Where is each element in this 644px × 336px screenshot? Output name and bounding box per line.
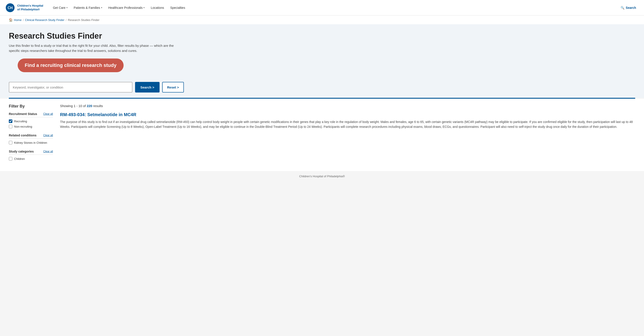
filter-item-children[interactable]: Children	[9, 157, 53, 160]
search-input[interactable]	[9, 82, 132, 92]
filter-section-title: Study categories	[9, 150, 34, 153]
chop-logo-icon: CH	[5, 3, 15, 12]
home-icon: 🏠	[9, 18, 12, 22]
filter-item-recruiting[interactable]: Recruiting	[9, 120, 53, 123]
filter-item-label: Recruiting	[14, 120, 27, 123]
nav-locations[interactable]: Locations	[148, 4, 167, 11]
search-banner: Find a recruiting clinical research stud…	[18, 58, 124, 72]
table-row: RM-493-034: Setmelanotide in MC4R The pu…	[60, 112, 635, 136]
filter-item-non-recruiting[interactable]: Non-recruiting	[9, 125, 53, 128]
search-button[interactable]: Search >	[135, 82, 160, 92]
filter-section-recruitment-status: Recruitment Status Clear all Recruiting …	[9, 112, 53, 128]
nav-healthcare-professionals[interactable]: Healthcare Professionals ▾	[106, 4, 148, 11]
checkbox-kidney-stones[interactable]	[9, 141, 12, 144]
header-search-button[interactable]: 🔍 Search	[618, 4, 639, 11]
filter-item-label: Children	[14, 157, 25, 160]
chevron-down-icon: ▾	[101, 6, 102, 9]
main-content: Filter By Recruitment Status Clear all R…	[0, 99, 644, 171]
nav-specialties[interactable]: Specialties	[168, 4, 188, 11]
logo[interactable]: CH Children's Hospital of Philadelphia®	[5, 3, 43, 12]
breadcrumb-home[interactable]: Home	[14, 18, 22, 22]
breadcrumb-separator: /	[66, 18, 67, 22]
clear-recruitment-status[interactable]: Clear all	[43, 112, 53, 116]
site-header: CH Children's Hospital of Philadelphia® …	[0, 0, 644, 16]
filter-by-heading: Filter By	[9, 104, 53, 108]
result-title-link[interactable]: RM-493-034: Setmelanotide in MC4R	[60, 112, 635, 117]
checkbox-non-recruiting[interactable]	[9, 125, 12, 128]
logo-text: Children's Hospital of Philadelphia®	[17, 4, 43, 12]
breadcrumb-separator: /	[23, 18, 24, 22]
nav-get-care[interactable]: Get Care ▾	[50, 4, 70, 11]
breadcrumb: 🏠 Home / Clinical Research Study Finder …	[0, 16, 644, 24]
page-header: Research Studies Finder Use this finder …	[0, 24, 644, 78]
clear-related-conditions[interactable]: Clear all	[43, 134, 53, 137]
results-total: 220	[87, 104, 92, 108]
checkbox-children[interactable]	[9, 157, 12, 160]
filter-section-study-categories: Study categories Clear all Children	[9, 150, 53, 160]
search-bar-area: Search > Reset >	[0, 78, 644, 98]
nav-patients-families[interactable]: Patients & Families ▾	[71, 4, 105, 11]
filter-section-header: Recruitment Status Clear all	[9, 112, 53, 117]
filter-item-label: Non-recruiting	[14, 125, 32, 128]
chevron-down-icon: ▾	[144, 6, 144, 9]
filter-item-kidney-stones[interactable]: Kidney Stones in Children	[9, 141, 53, 144]
filter-section-title: Related conditions	[9, 134, 36, 137]
filter-section-header: Related conditions Clear all	[9, 134, 53, 139]
filter-section-related-conditions: Related conditions Clear all Kidney Ston…	[9, 134, 53, 144]
checkbox-recruiting[interactable]	[9, 120, 12, 123]
filter-section-title: Recruitment Status	[9, 112, 37, 116]
breadcrumb-current: Research Studies Finder	[68, 18, 99, 22]
chevron-down-icon: ▾	[66, 6, 68, 9]
main-nav: Get Care ▾ Patients & Families ▾ Healthc…	[50, 4, 618, 11]
reset-button[interactable]: Reset >	[162, 82, 184, 92]
page-title: Research Studies Finder	[9, 31, 635, 40]
breadcrumb-level2[interactable]: Clinical Research Study Finder	[25, 18, 64, 22]
result-description: The purpose of this study is to find out…	[60, 120, 635, 129]
footer-note: Children's Hospital of Philadelphia®	[0, 171, 644, 182]
search-icon: 🔍	[620, 6, 624, 10]
filter-section-header: Study categories Clear all	[9, 150, 53, 155]
filter-item-label: Kidney Stones in Children	[14, 141, 47, 144]
svg-text:CH: CH	[8, 6, 12, 10]
results-area: Showing 1 - 10 of 220 results RM-493-034…	[60, 104, 635, 166]
page-description: Use this finder to find a study or trial…	[9, 43, 186, 53]
clear-study-categories[interactable]: Clear all	[43, 150, 53, 153]
search-banner-text: Find a recruiting clinical research stud…	[25, 62, 116, 68]
sidebar-filters: Filter By Recruitment Status Clear all R…	[9, 104, 53, 166]
results-count: Showing 1 - 10 of 220 results	[60, 104, 635, 108]
